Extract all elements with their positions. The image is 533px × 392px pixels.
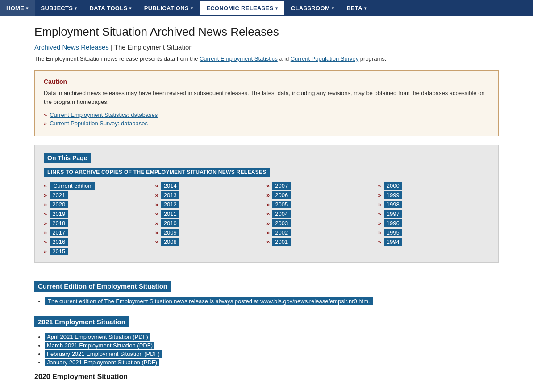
nav-economic-releases[interactable]: ECONOMIC RELEASES ▾ <box>199 0 285 16</box>
year-2021-link[interactable]: 2021 <box>50 191 68 199</box>
year-1999-link[interactable]: 1999 <box>384 191 402 199</box>
arrow-icon: » <box>378 182 381 189</box>
arrow-icon: » <box>378 210 381 217</box>
year-2014-link[interactable]: 2014 <box>161 182 179 190</box>
list-item: January 2021 Employment Situation (PDF) <box>45 359 499 366</box>
year-2007-link[interactable]: 2007 <box>272 182 291 190</box>
year-2015-link[interactable]: 2015 <box>50 248 68 255</box>
main-navigation: HOME ▾ SUBJECTS ▾ DATA TOOLS ▾ PUBLICATI… <box>0 0 533 16</box>
year-1996-link[interactable]: 1996 <box>384 219 402 227</box>
year-item-2009: » 2009 <box>155 229 267 236</box>
year-2006-link[interactable]: 2006 <box>272 191 291 199</box>
year-2001-link[interactable]: 2001 <box>272 238 291 246</box>
year-2013-link[interactable]: 2013 <box>161 191 179 199</box>
year-item-2015: » 2015 <box>44 248 155 255</box>
year-2021-heading: 2021 Employment Situation <box>34 316 129 327</box>
year-2003-link[interactable]: 2003 <box>272 219 291 227</box>
nav-beta[interactable]: BETA ▾ <box>340 0 373 16</box>
ces-link[interactable]: Current Employment Statistics <box>200 55 278 62</box>
cps-databases-link[interactable]: Current Population Survey: databases <box>50 120 148 127</box>
arrow-icon: » <box>44 201 47 208</box>
arrow-icon: » <box>44 210 47 217</box>
year-item-2011: » 2011 <box>155 210 267 218</box>
cps-link[interactable]: Current Population Survey <box>291 55 358 62</box>
year-1995-link[interactable]: 1995 <box>384 229 402 236</box>
year-item-2003: » 2003 <box>266 219 378 227</box>
breadcrumb-link[interactable]: Archived News Releases <box>34 43 109 51</box>
year-2002-link[interactable]: 2002 <box>272 229 291 236</box>
year-item-2006: » 2006 <box>266 191 378 199</box>
chevron-down-icon: ▾ <box>75 6 77 11</box>
jan-2021-link[interactable]: January 2021 Employment Situation (PDF) <box>45 359 159 366</box>
arrow-icon: » <box>378 192 381 198</box>
march-2021-link[interactable]: March 2021 Employment Situation (PDF) <box>45 342 154 349</box>
year-2004-link[interactable]: 2004 <box>272 210 291 218</box>
year-item-2012: » 2012 <box>155 201 267 208</box>
year-2008-link[interactable]: 2008 <box>161 238 179 246</box>
arrow-icon: » <box>155 210 158 217</box>
on-this-page-box: On This Page LINKS TO ARCHIVE COPIES OF … <box>34 145 499 263</box>
list-item: February 2021 Employment Situation (PDF) <box>45 351 499 357</box>
year-1994-link[interactable]: 1994 <box>384 238 402 246</box>
year-2009-link[interactable]: 2009 <box>161 229 179 236</box>
april-2021-link[interactable]: April 2021 Employment Situation (PDF) <box>45 333 150 341</box>
arrow-icon: » <box>266 182 270 189</box>
year-col-3: » 2007 » 2006 » 2005 » 2004 » 2003 <box>266 182 378 255</box>
arrow-icon: » <box>44 239 47 245</box>
arrow-icon: » <box>155 182 158 189</box>
arrow-icon: » <box>44 182 47 189</box>
nav-publications[interactable]: PUBLICATIONS ▾ <box>138 0 199 16</box>
year-2000-link[interactable]: 2000 <box>384 182 402 190</box>
year-2018-link[interactable]: 2018 <box>50 219 68 227</box>
arrow-icon: » <box>44 220 47 227</box>
breadcrumb-current: The Employment Situation <box>114 43 193 51</box>
list-item: March 2021 Employment Situation (PDF) <box>45 342 499 349</box>
year-2019-link[interactable]: 2019 <box>50 210 68 218</box>
arrow-icon: » <box>266 192 270 198</box>
feb-2021-link[interactable]: February 2021 Employment Situation (PDF) <box>45 350 162 358</box>
arrow-icon: » <box>266 229 270 236</box>
year-1997-link[interactable]: 1997 <box>384 210 402 218</box>
year-2011-link[interactable]: 2011 <box>161 210 179 218</box>
year-item-1994: » 1994 <box>378 238 490 246</box>
nav-subjects[interactable]: SUBJECTS ▾ <box>35 0 83 16</box>
year-col-1: » Current edition » 2021 » 2020 » 2019 » <box>44 182 155 255</box>
year-item-2013: » 2013 <box>155 191 267 199</box>
year-2020-link[interactable]: 2020 <box>50 201 68 208</box>
current-edition-item: The current edition of The Employment Si… <box>45 298 499 305</box>
chevron-down-icon: ▾ <box>364 6 366 11</box>
breadcrumb: Archived News Releases | The Employment … <box>34 43 499 51</box>
caution-link-item: Current Population Survey: databases <box>44 120 489 127</box>
year-item-1999: » 1999 <box>378 191 490 199</box>
archive-links-title: LINKS TO ARCHIVE COPIES OF THE EMPLOYMEN… <box>44 168 270 177</box>
nav-home[interactable]: HOME ▾ <box>0 0 35 16</box>
nav-classroom[interactable]: CLASSROOM ▾ <box>285 0 341 16</box>
ces-databases-link[interactable]: Current Employment Statistics: databases <box>50 111 158 118</box>
year-item-2021: » 2021 <box>44 191 155 199</box>
caution-links-list: Current Employment Statistics: databases… <box>44 111 489 127</box>
caution-box: Caution Data in archived news releases m… <box>34 70 499 136</box>
year-item-2020: » 2020 <box>44 201 155 208</box>
year-col-4: » 2000 » 1999 » 1998 » 1997 » 1996 <box>378 182 490 255</box>
caution-link-item: Current Employment Statistics: databases <box>44 111 489 118</box>
year-2017-link[interactable]: 2017 <box>50 229 68 236</box>
year-2012-link[interactable]: 2012 <box>161 201 179 208</box>
current-edition-desc: The current edition of The Employment Si… <box>45 297 373 305</box>
current-edition-heading: Current Edition of Employment Situation <box>34 281 171 292</box>
year-2016-link[interactable]: 2016 <box>50 238 68 246</box>
year-1998-link[interactable]: 1998 <box>384 201 402 208</box>
nav-data-tools[interactable]: DATA TOOLS ▾ <box>83 0 138 16</box>
year-item-2002: » 2002 <box>266 229 378 236</box>
year-item-2004: » 2004 <box>266 210 378 218</box>
year-item-1995: » 1995 <box>378 229 490 236</box>
year-item-2008: » 2008 <box>155 238 267 246</box>
year-item-1997: » 1997 <box>378 210 490 218</box>
year-item-1998: » 1998 <box>378 201 490 208</box>
arrow-icon: » <box>266 210 270 217</box>
year-2010-link[interactable]: 2010 <box>161 219 179 227</box>
current-edition-link[interactable]: Current edition <box>50 182 95 190</box>
arrow-icon: » <box>266 201 270 208</box>
year-2005-link[interactable]: 2005 <box>272 201 291 208</box>
caution-text: Data in archived news releases may have … <box>44 89 489 107</box>
year-2020-heading: 2020 Employment Situation <box>34 373 499 381</box>
